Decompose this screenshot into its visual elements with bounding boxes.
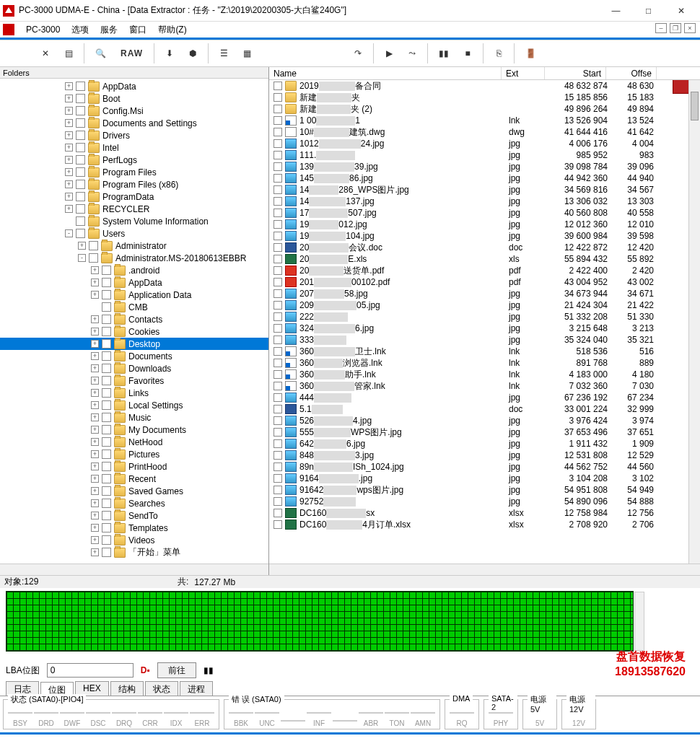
tree-item[interactable]: +Application Data bbox=[0, 289, 268, 301]
tree-checkbox[interactable] bbox=[76, 180, 85, 189]
file-checkbox[interactable] bbox=[274, 301, 282, 310]
tree-hscroll[interactable] bbox=[0, 564, 268, 575]
expand-icon[interactable]: + bbox=[91, 438, 99, 446]
file-row[interactable]: 5264.jpgjpg3 976 4243 974 bbox=[269, 415, 700, 426]
menu-options[interactable]: 选项 bbox=[66, 22, 95, 38]
tree-checkbox[interactable] bbox=[89, 253, 98, 263]
mdi-close[interactable]: × bbox=[684, 23, 696, 33]
file-vscroll[interactable] bbox=[688, 80, 700, 564]
report-icon[interactable]: ▤ bbox=[58, 43, 79, 64]
menu-window[interactable]: 窗口 bbox=[123, 22, 152, 38]
bitmap-scroll[interactable] bbox=[634, 592, 644, 651]
menu-help[interactable]: 帮助(Z) bbox=[152, 22, 192, 38]
expand-icon[interactable] bbox=[65, 217, 73, 225]
tree-checkbox[interactable] bbox=[102, 499, 111, 508]
file-checkbox[interactable] bbox=[274, 162, 282, 171]
expand-icon[interactable]: + bbox=[91, 487, 99, 495]
expand-icon[interactable]: + bbox=[91, 364, 99, 372]
expand-icon[interactable]: + bbox=[91, 499, 99, 507]
file-checkbox[interactable] bbox=[274, 520, 282, 529]
tree-item[interactable]: +Administrator bbox=[0, 240, 268, 252]
tree-checkbox[interactable] bbox=[76, 82, 85, 91]
tree-checkbox[interactable] bbox=[102, 376, 111, 385]
file-checkbox[interactable] bbox=[274, 82, 282, 90]
expand-icon[interactable]: - bbox=[65, 229, 73, 237]
tree-item[interactable]: +PerfLogs bbox=[0, 154, 268, 166]
file-row[interactable]: 444jpg67 236 19267 234 bbox=[269, 392, 700, 403]
pause-icon[interactable]: ▮▮ bbox=[432, 43, 455, 64]
tree-checkbox[interactable] bbox=[102, 511, 111, 520]
tree-checkbox[interactable] bbox=[102, 266, 111, 275]
file-row[interactable]: 555WPS图片.jpgjpg37 653 49637 651 bbox=[269, 426, 700, 438]
bottom-tab[interactable]: 进程 bbox=[180, 681, 213, 696]
exit-icon[interactable]: 🚪 bbox=[519, 43, 543, 64]
expand-icon[interactable]: + bbox=[91, 389, 99, 397]
goto-button[interactable]: 前往 bbox=[157, 662, 196, 678]
file-row[interactable]: 1 001lnk13 526 90413 524 bbox=[269, 115, 700, 126]
tree-checkbox[interactable] bbox=[76, 131, 85, 140]
tree-scroll[interactable]: +AppData+Boot+Config.Msi+Documents and S… bbox=[0, 79, 268, 562]
tree-checkbox[interactable] bbox=[102, 339, 111, 348]
file-checkbox[interactable] bbox=[274, 497, 282, 506]
tree-item[interactable]: +Documents and Settings bbox=[0, 117, 268, 129]
file-checkbox[interactable] bbox=[274, 209, 282, 217]
tree-item[interactable]: +SendTo bbox=[0, 509, 268, 522]
tree-checkbox[interactable] bbox=[102, 486, 111, 496]
file-checkbox[interactable] bbox=[274, 359, 282, 367]
expand-icon[interactable]: + bbox=[65, 168, 73, 176]
tree-checkbox[interactable] bbox=[76, 155, 85, 165]
file-row[interactable]: 92752jpg54 890 09654 888 bbox=[269, 496, 700, 507]
col-ext[interactable]: Ext bbox=[502, 67, 545, 79]
tree-item[interactable]: +Videos bbox=[0, 534, 268, 546]
expand-icon[interactable]: + bbox=[91, 401, 99, 409]
file-row[interactable]: 19012.jpgjpg12 012 36012 010 bbox=[269, 219, 700, 230]
file-row[interactable]: 20100102.pdfpdf43 004 95243 002 bbox=[269, 276, 700, 288]
menu-app-label[interactable]: PC-3000 bbox=[20, 23, 66, 36]
expand-icon[interactable]: + bbox=[91, 548, 99, 556]
file-row[interactable]: 新建夹15 185 85615 183 bbox=[269, 92, 700, 103]
file-checkbox[interactable] bbox=[274, 405, 282, 413]
tree-checkbox[interactable] bbox=[76, 106, 85, 115]
tree-item[interactable]: -Users bbox=[0, 227, 268, 240]
play-icon[interactable]: ▶ bbox=[378, 43, 400, 64]
file-row[interactable]: 19104.jpgjpg39 600 98439 598 bbox=[269, 230, 700, 242]
raw-button[interactable]: RAW bbox=[114, 43, 149, 64]
tree-item[interactable]: +Drivers bbox=[0, 129, 268, 141]
file-checkbox[interactable] bbox=[274, 232, 282, 240]
tree-checkbox[interactable] bbox=[102, 351, 111, 361]
tree-item[interactable]: +Documents bbox=[0, 350, 268, 362]
step-icon[interactable]: ⤳ bbox=[401, 43, 423, 64]
file-checkbox[interactable] bbox=[274, 451, 282, 460]
tree-checkbox[interactable] bbox=[102, 290, 111, 299]
file-row[interactable]: 9164.jpgjpg3 104 2083 102 bbox=[269, 473, 700, 484]
tree-item[interactable]: +Favorites bbox=[0, 374, 268, 387]
file-row[interactable]: 333jpg35 324 04035 321 bbox=[269, 334, 700, 346]
file-checkbox[interactable] bbox=[274, 416, 282, 425]
tree-checkbox[interactable] bbox=[102, 548, 111, 557]
expand-icon[interactable]: + bbox=[65, 180, 73, 188]
maximize-button[interactable]: □ bbox=[632, 1, 665, 21]
file-row[interactable]: 20送货单.pdfpdf2 422 4002 420 bbox=[269, 265, 700, 276]
tree-checkbox[interactable] bbox=[76, 216, 85, 226]
tree-checkbox[interactable] bbox=[102, 523, 111, 532]
bottom-tab[interactable]: HEX bbox=[75, 681, 109, 696]
file-checkbox[interactable] bbox=[274, 289, 282, 298]
file-row[interactable]: 101224.jpgjpg4 006 1764 004 bbox=[269, 138, 700, 149]
expand-icon[interactable]: + bbox=[65, 82, 73, 90]
file-row[interactable]: 360管家.lnklnk7 032 3607 030 bbox=[269, 380, 700, 392]
expand-icon[interactable]: + bbox=[65, 156, 73, 164]
file-row[interactable]: 14586.jpgjpg44 942 36044 940 bbox=[269, 172, 700, 184]
lba-input[interactable] bbox=[47, 663, 134, 678]
tree-checkbox[interactable] bbox=[102, 425, 111, 434]
file-row[interactable]: 13939.jpgjpg39 098 78439 096 bbox=[269, 161, 700, 172]
tree-item[interactable]: -Administrator.MS-20180613EBBR bbox=[0, 252, 268, 264]
bottom-tab[interactable]: 状态 bbox=[145, 681, 178, 696]
tree-item[interactable]: +ProgramData bbox=[0, 190, 268, 203]
minimize-button[interactable]: — bbox=[600, 1, 632, 21]
tree-item[interactable]: +Program Files (x86) bbox=[0, 178, 268, 190]
export-icon[interactable]: ↷ bbox=[347, 43, 369, 64]
file-checkbox[interactable] bbox=[274, 428, 282, 437]
tree-checkbox[interactable] bbox=[76, 118, 85, 128]
grid-icon[interactable]: ▦ bbox=[236, 43, 258, 64]
tree-item[interactable]: +Program Files bbox=[0, 166, 268, 178]
